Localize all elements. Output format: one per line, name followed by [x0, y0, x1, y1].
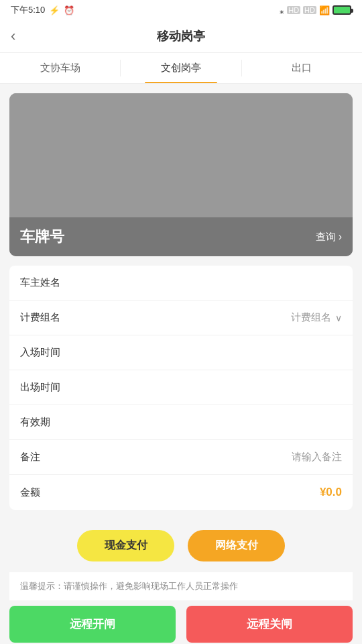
page-title: 移动岗亭	[157, 28, 205, 44]
note-placeholder: 请输入备注	[292, 451, 342, 464]
validity-row: 有效期	[9, 405, 353, 440]
amount-value: ¥0.0	[320, 486, 342, 499]
plate-query-button[interactable]: 查询 ›	[316, 231, 342, 244]
remote-open-button[interactable]: 远程开闸	[9, 606, 176, 643]
billing-value: 计费组名 ∨	[291, 311, 342, 324]
alarm-icon: ⏰	[64, 5, 74, 15]
billing-label: 计费组名	[20, 311, 60, 324]
billing-row[interactable]: 计费组名 计费组名 ∨	[9, 301, 353, 335]
owner-row: 车主姓名	[9, 266, 353, 301]
wifi-icon: 📶	[319, 5, 330, 15]
entry-time-row: 入场时间	[9, 335, 353, 370]
plate-number-label: 车牌号	[20, 227, 64, 247]
query-label: 查询	[316, 231, 336, 244]
info-section: 车主姓名 计费组名 计费组名 ∨ 入场时间 出场时间 有效期 备注 请输入备注	[9, 266, 353, 510]
cash-payment-button[interactable]: 现金支付	[77, 530, 174, 561]
owner-label: 车主姓名	[20, 276, 60, 289]
tab-wenxie[interactable]: 文协车场	[0, 53, 120, 83]
tab-wenchuang[interactable]: 文创岗亭	[121, 53, 241, 83]
back-button[interactable]: ‹	[11, 28, 15, 45]
chevron-right-icon: ›	[339, 231, 342, 243]
main-content: 车牌号 查询 › 车主姓名 计费组名 计费组名 ∨ 入场时间 出场时间	[0, 84, 362, 600]
exit-time-row: 出场时间	[9, 370, 353, 405]
amount-row: 金额 ¥0.0	[9, 475, 353, 510]
remote-close-button[interactable]: 远程关闸	[186, 606, 353, 643]
entry-time-label: 入场时间	[20, 346, 60, 359]
network-hd2: HD	[303, 6, 316, 14]
bluetooth-icon: ⁎	[280, 5, 284, 15]
plate-card: 车牌号 查询 ›	[9, 93, 353, 256]
status-left: 下午5:10 ⚡ ⏰	[11, 4, 74, 16]
bottom-actions: 远程开闸 远程关闸	[9, 606, 353, 643]
tab-bar: 文协车场 文创岗亭 出口	[0, 53, 362, 84]
network-hd1: HD	[287, 6, 300, 14]
notice-text: 温馨提示：请谨慎操作，避免影响现场工作人员正常操作	[20, 581, 238, 591]
online-payment-button[interactable]: 网络支付	[188, 530, 285, 561]
battery-icon	[333, 5, 351, 15]
header: ‹ 移动岗亭	[0, 20, 362, 53]
signal-icon: ⚡	[49, 5, 60, 15]
tab-exit[interactable]: 出口	[242, 53, 362, 83]
notice-bar: 温馨提示：请谨慎操作，避免影响现场工作人员正常操作	[9, 572, 353, 600]
amount-label: 金额	[20, 486, 40, 499]
plate-card-bottom: 车牌号 查询 ›	[9, 217, 353, 256]
note-row[interactable]: 备注 请输入备注	[9, 440, 353, 475]
note-label: 备注	[20, 451, 40, 464]
dropdown-arrow-icon: ∨	[335, 313, 342, 323]
status-right: ⁎ HD HD 📶	[280, 5, 351, 15]
validity-label: 有效期	[20, 416, 50, 429]
exit-time-label: 出场时间	[20, 381, 60, 394]
payment-buttons: 现金支付 网络支付	[9, 519, 353, 572]
status-time: 下午5:10	[11, 4, 45, 16]
status-bar: 下午5:10 ⚡ ⏰ ⁎ HD HD 📶	[0, 0, 362, 20]
camera-preview-area	[9, 93, 353, 217]
